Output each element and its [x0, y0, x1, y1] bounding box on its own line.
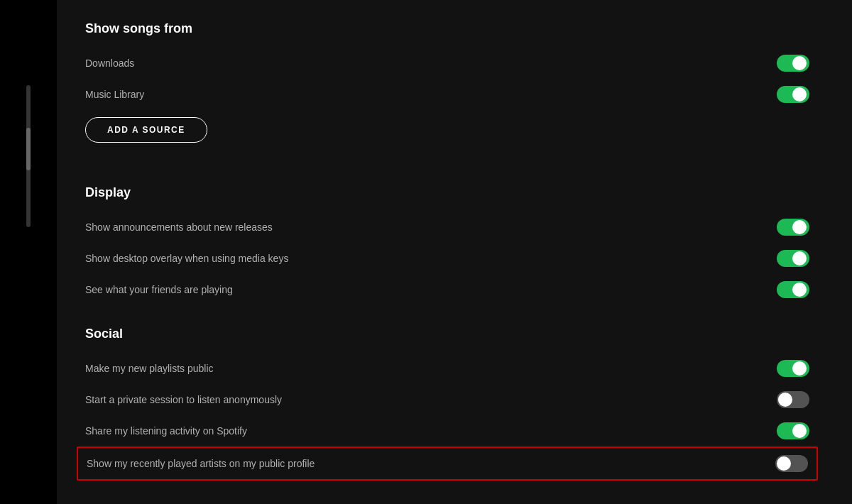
desktop-overlay-toggle-slider[interactable] [777, 250, 809, 267]
show-songs-from-section: Show songs from Downloads Music Library … [85, 21, 809, 164]
desktop-overlay-row: Show desktop overlay when using media ke… [85, 243, 809, 274]
music-library-toggle[interactable] [777, 86, 809, 103]
playlists-public-label: Make my new playlists public [85, 363, 214, 374]
playlists-public-toggle-slider[interactable] [777, 360, 809, 377]
recently-played-artists-label: Show my recently played artists on my pu… [87, 458, 315, 469]
music-library-toggle-slider[interactable] [777, 86, 809, 103]
private-session-toggle[interactable] [777, 391, 809, 408]
announcements-toggle-slider[interactable] [777, 219, 809, 236]
display-title: Display [85, 185, 809, 200]
show-songs-from-title: Show songs from [85, 21, 809, 36]
friends-playing-toggle[interactable] [777, 281, 809, 298]
recently-played-artists-toggle-slider[interactable] [775, 455, 808, 472]
downloads-toggle[interactable] [777, 55, 809, 72]
downloads-row: Downloads [85, 48, 809, 79]
private-session-row: Start a private session to listen anonym… [85, 384, 809, 415]
friends-playing-row: See what your friends are playing [85, 274, 809, 305]
playlists-public-row: Make my new playlists public [85, 353, 809, 384]
announcements-label: Show announcements about new releases [85, 221, 273, 233]
scrollbar-track[interactable] [26, 85, 31, 227]
scrollbar-thumb[interactable] [26, 128, 31, 170]
music-library-row: Music Library [85, 79, 809, 110]
sidebar [0, 0, 57, 504]
downloads-toggle-slider[interactable] [777, 55, 809, 72]
private-session-toggle-slider[interactable] [777, 391, 809, 408]
desktop-overlay-label: Show desktop overlay when using media ke… [85, 253, 288, 264]
announcements-toggle[interactable] [777, 219, 809, 236]
recently-played-artists-row: Show my recently played artists on my pu… [77, 447, 818, 481]
desktop-overlay-toggle[interactable] [777, 250, 809, 267]
downloads-label: Downloads [85, 57, 134, 69]
friends-playing-label: See what your friends are playing [85, 284, 233, 295]
playlists-public-toggle[interactable] [777, 360, 809, 377]
recently-played-artists-toggle[interactable] [775, 455, 808, 472]
private-session-label: Start a private session to listen anonym… [85, 394, 282, 405]
add-source-button[interactable]: ADD A SOURCE [85, 117, 207, 143]
social-section: Social Make my new playlists public Star… [85, 327, 809, 481]
music-library-label: Music Library [85, 89, 144, 100]
listening-activity-row: Share my listening activity on Spotify [85, 415, 809, 447]
main-content: Show songs from Downloads Music Library … [57, 0, 852, 504]
social-title: Social [85, 327, 809, 341]
announcements-row: Show announcements about new releases [85, 212, 809, 243]
listening-activity-toggle-slider[interactable] [777, 422, 809, 439]
listening-activity-toggle[interactable] [777, 422, 809, 439]
friends-playing-toggle-slider[interactable] [777, 281, 809, 298]
display-section: Display Show announcements about new rel… [85, 185, 809, 305]
listening-activity-label: Share my listening activity on Spotify [85, 425, 247, 437]
